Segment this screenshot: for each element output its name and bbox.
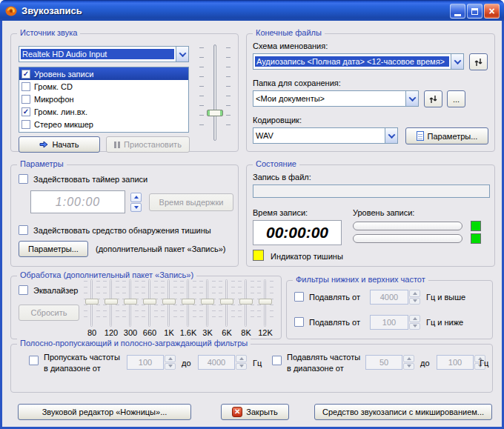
encoder-params-button[interactable]: Параметры... bbox=[405, 127, 488, 144]
record-file-field bbox=[253, 184, 490, 198]
highpass-suppress-checkbox[interactable] bbox=[294, 292, 304, 302]
chevron-down-icon[interactable] bbox=[405, 91, 418, 106]
timer-value-field[interactable]: 1:00:00 bbox=[30, 190, 125, 213]
chevron-down-icon[interactable] bbox=[176, 47, 188, 61]
slider-thumb[interactable] bbox=[207, 110, 223, 116]
eq-thumb[interactable] bbox=[105, 299, 118, 305]
bandstop-to-value: 100 bbox=[437, 355, 474, 370]
window-title: Звукозапись bbox=[21, 5, 82, 16]
naming-scheme-label: Схема именования: bbox=[253, 41, 328, 50]
silence-params-label: Параметры... bbox=[28, 245, 79, 253]
record-time-display: 00:00:00 bbox=[253, 220, 342, 245]
eq-thumb[interactable] bbox=[201, 299, 214, 305]
mixer-recorder-button[interactable]: Средство звукозаписи с микшированием... bbox=[314, 404, 492, 420]
eq-thumb[interactable] bbox=[85, 299, 99, 305]
timer-checkbox[interactable] bbox=[19, 174, 28, 184]
bandpass-label-line1: Пропускать частоты bbox=[44, 353, 120, 362]
channel-list[interactable]: ✓ Уровень записи Громк. CD Микрофон ✓ Гр… bbox=[19, 67, 189, 133]
checkbox-cd-volume[interactable] bbox=[21, 82, 30, 91]
start-button-label: Начать bbox=[52, 140, 79, 149]
silence-params-button[interactable]: Параметры... bbox=[19, 241, 88, 257]
spinner-down-button bbox=[409, 323, 420, 330]
volume-slider[interactable] bbox=[198, 44, 232, 141]
naming-scheme-select[interactable]: Аудиозапись <Полная дата> <12-часовое вр… bbox=[253, 53, 464, 70]
close-button[interactable]: × bbox=[484, 4, 500, 19]
eq-band-label: 120 bbox=[102, 328, 121, 337]
highpass-freq-value: 4000 bbox=[370, 290, 408, 305]
status-group: Состояние Запись в файл: Время записи: У… bbox=[246, 164, 495, 267]
lowpass-suffix-label: Гц и ниже bbox=[426, 318, 463, 327]
silence-detect-checkbox[interactable] bbox=[19, 225, 28, 235]
reset-eq-button: Сбросить bbox=[19, 305, 79, 321]
timer-checkbox-label: Задействовать таймер записи bbox=[33, 175, 147, 184]
spinner-down-button bbox=[403, 363, 414, 370]
addon-note: (дополнительный пакет «Запись») bbox=[96, 245, 226, 253]
status-group-title: Состояние bbox=[253, 159, 299, 168]
checkbox-record-level[interactable]: ✓ bbox=[21, 70, 30, 79]
record-time-value: 00:00:00 bbox=[266, 224, 328, 242]
refresh-icon bbox=[474, 58, 483, 67]
equalizer-checkbox[interactable] bbox=[19, 285, 28, 295]
refresh-naming-button[interactable] bbox=[469, 53, 488, 70]
level-meter-right bbox=[353, 234, 462, 243]
bandpass-checkbox[interactable] bbox=[29, 356, 39, 365]
slider-track[interactable] bbox=[213, 44, 216, 141]
eq-band-label: 660 bbox=[140, 328, 159, 337]
spinner-down-button bbox=[165, 363, 176, 370]
eq-slider-80[interactable]: 80 bbox=[82, 279, 102, 327]
timer-spinner[interactable] bbox=[130, 193, 142, 212]
spinner-up-button[interactable] bbox=[130, 193, 142, 202]
list-item-microphone[interactable]: Микрофон bbox=[19, 93, 188, 105]
encoder-label: Кодировщик: bbox=[253, 116, 302, 124]
checkbox-line-in[interactable]: ✓ bbox=[21, 107, 30, 116]
eq-slider-300[interactable]: 300 bbox=[121, 279, 140, 327]
list-item-stereo-mixer[interactable]: Стерео микшер bbox=[19, 118, 188, 130]
eq-slider-1.6k[interactable]: 1.6K bbox=[179, 279, 198, 327]
silence-indicator-label: Индикатор тишины bbox=[271, 252, 343, 261]
browse-button-label: ... bbox=[453, 95, 460, 104]
save-folder-select[interactable]: <Мои документы> bbox=[253, 90, 419, 107]
audio-device-select[interactable]: Realtek HD Audio Input bbox=[19, 46, 189, 62]
lowpass-suppress-checkbox[interactable] bbox=[294, 317, 304, 327]
bandstop-to-word: до bbox=[420, 359, 430, 368]
list-item-record-level[interactable]: ✓ Уровень записи bbox=[19, 67, 188, 80]
eq-thumb[interactable] bbox=[239, 299, 253, 305]
maximize-button[interactable] bbox=[467, 4, 483, 19]
bandstop-from-field: 50 bbox=[365, 355, 414, 370]
parameters-group-title: Параметры bbox=[17, 159, 67, 168]
list-item-line-in[interactable]: ✓ Громк. лин.вх. bbox=[19, 105, 188, 118]
chevron-down-icon[interactable] bbox=[451, 54, 463, 69]
checkbox-microphone[interactable] bbox=[21, 95, 30, 104]
sound-editor-button[interactable]: Звуковой редактор «Ножницы»... bbox=[18, 404, 191, 420]
bandstop-to-field: 100 bbox=[437, 355, 485, 370]
eq-slider-1k[interactable]: 1K bbox=[159, 279, 179, 327]
eq-slider-6k[interactable]: 6K bbox=[217, 279, 236, 327]
spinner-down-button[interactable] bbox=[130, 203, 142, 213]
minimize-icon bbox=[454, 14, 461, 16]
eq-thumb[interactable] bbox=[143, 299, 156, 305]
checkbox-stereo-mixer[interactable] bbox=[21, 120, 30, 129]
spinner-up-button bbox=[403, 355, 414, 362]
minimize-button[interactable] bbox=[450, 4, 465, 19]
list-item-cd-volume[interactable]: Громк. CD bbox=[19, 80, 188, 93]
encoder-select[interactable]: WAV bbox=[253, 127, 398, 144]
refresh-folder-button[interactable] bbox=[424, 90, 442, 107]
chevron-down-icon[interactable] bbox=[385, 128, 397, 143]
eq-slider-12k[interactable]: 12K bbox=[256, 279, 275, 327]
output-files-group: Конечные файлы Схема именования: Аудиоза… bbox=[246, 33, 495, 152]
eq-slider-3k[interactable]: 3K bbox=[198, 279, 217, 327]
bandstop-unit-label: Гц bbox=[480, 359, 488, 368]
close-dialog-button[interactable]: ✕ Закрыть bbox=[221, 404, 289, 420]
eq-thumb[interactable] bbox=[162, 299, 176, 305]
eq-thumb[interactable] bbox=[182, 299, 195, 305]
sound-editor-label: Звуковой редактор «Ножницы»... bbox=[42, 408, 168, 416]
browse-folder-button[interactable]: ... bbox=[447, 90, 465, 107]
eq-thumb[interactable] bbox=[220, 299, 233, 305]
eq-thumb[interactable] bbox=[259, 299, 272, 305]
eq-slider-8k[interactable]: 8K bbox=[236, 279, 256, 327]
eq-slider-660[interactable]: 660 bbox=[140, 279, 159, 327]
eq-slider-120[interactable]: 120 bbox=[102, 279, 121, 327]
bandstop-checkbox[interactable] bbox=[272, 356, 282, 365]
eq-thumb[interactable] bbox=[124, 299, 137, 305]
start-button[interactable]: Начать bbox=[19, 136, 100, 153]
